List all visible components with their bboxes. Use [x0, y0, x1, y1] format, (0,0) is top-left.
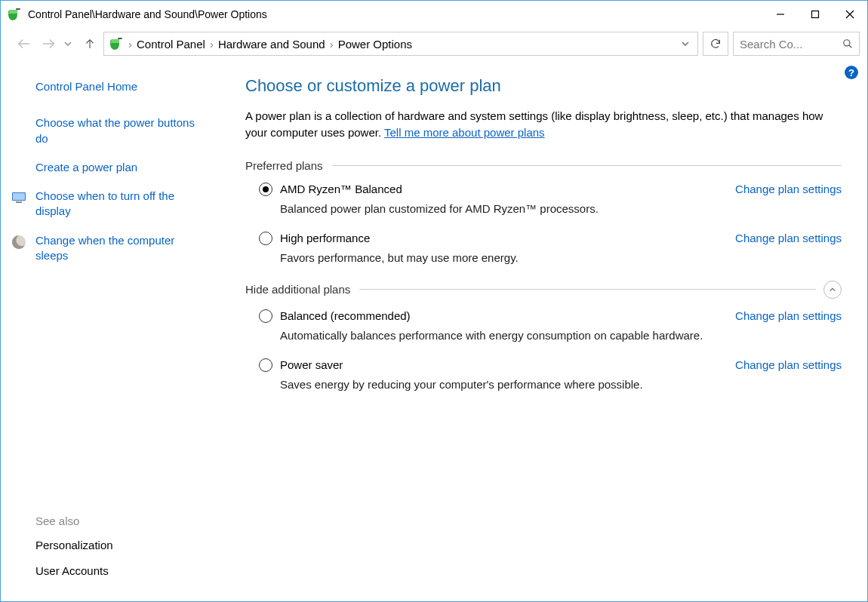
svg-rect-2 [812, 11, 819, 18]
plan-name[interactable]: Power saver [280, 358, 735, 371]
main: Choose or customize a power plan A power… [220, 60, 867, 601]
search-placeholder: Search Co... [740, 38, 842, 51]
divider [359, 289, 816, 290]
svg-line-10 [849, 45, 852, 48]
sidebar-link[interactable]: Choose what the power buttons do [35, 115, 209, 146]
address-dropdown[interactable] [676, 39, 694, 48]
power-plan: AMD Ryzen™ Balanced Change plan settings… [259, 183, 842, 215]
change-plan-settings-link[interactable]: Change plan settings [735, 232, 842, 244]
change-plan-settings-link[interactable]: Change plan settings [735, 358, 842, 371]
svg-rect-0 [16, 8, 20, 10]
search-icon [842, 38, 853, 49]
see-also-link[interactable]: User Accounts [35, 564, 209, 579]
back-button[interactable] [13, 32, 35, 55]
learn-more-link[interactable]: Tell me more about power plans [384, 126, 545, 139]
maximize-button[interactable] [798, 2, 833, 26]
collapse-icon[interactable] [823, 281, 842, 299]
plan-description: Automatically balances performance with … [280, 329, 842, 342]
plan-radio[interactable] [259, 309, 272, 323]
plan-description: Balanced power plan customized for AMD R… [280, 202, 842, 215]
titlebar: Control Panel\Hardware and Sound\Power O… [1, 1, 867, 28]
plan-name[interactable]: High performance [280, 232, 735, 244]
window-title: Control Panel\Hardware and Sound\Power O… [28, 8, 267, 20]
section-label: Hide additional plans [245, 283, 350, 296]
content: ? Control Panel Home Choose what the pow… [1, 60, 867, 601]
battery-icon [109, 36, 124, 51]
breadcrumb-item[interactable]: Power Options [335, 38, 415, 51]
power-plan: Power saver Change plan settings Saves e… [259, 358, 842, 391]
see-also-title: See also [35, 514, 209, 527]
up-button[interactable] [81, 32, 99, 55]
plan-description: Favors performance, but may use more ene… [280, 251, 842, 264]
close-button[interactable] [833, 2, 867, 26]
chevron-right-icon[interactable]: › [208, 38, 215, 51]
change-plan-settings-link[interactable]: Change plan settings [735, 309, 842, 322]
search-input[interactable]: Search Co... [733, 32, 860, 56]
see-also-link[interactable]: Personalization [35, 538, 209, 553]
sidebar-link-label: Choose when to turn off the display [35, 189, 174, 217]
plan-name[interactable]: AMD Ryzen™ Balanced [280, 183, 735, 195]
control-panel-home-link[interactable]: Control Panel Home [35, 79, 209, 94]
moon-icon [11, 235, 26, 250]
battery-icon [7, 7, 22, 22]
help-icon[interactable]: ? [845, 66, 858, 79]
forward-button[interactable] [37, 32, 60, 55]
svg-point-9 [844, 40, 850, 46]
sidebar-link[interactable]: Choose when to turn off the display [35, 189, 209, 220]
minimize-button[interactable] [763, 2, 798, 26]
breadcrumb-item[interactable]: Control Panel [134, 38, 208, 51]
preferred-plans-header: Preferred plans [245, 159, 842, 172]
divider [332, 165, 842, 166]
breadcrumb-item[interactable]: Hardware and Sound [215, 38, 328, 51]
plan-radio[interactable] [259, 358, 272, 372]
sidebar-link[interactable]: Create a power plan [35, 160, 209, 175]
sidebar-link-label: Change when the computer sleeps [35, 234, 174, 262]
section-label: Preferred plans [245, 159, 323, 172]
refresh-button[interactable] [703, 32, 728, 56]
svg-rect-8 [118, 38, 122, 39]
plan-description: Saves energy by reducing your computer's… [280, 378, 842, 391]
recent-dropdown[interactable] [61, 32, 75, 55]
address-bar[interactable]: › Control Panel › Hardware and Sound › P… [103, 32, 698, 56]
see-also: See also Personalization User Accounts [35, 514, 209, 590]
power-plan: Balanced (recommended) Change plan setti… [259, 309, 842, 342]
plan-radio[interactable] [259, 232, 272, 245]
chevron-right-icon[interactable]: › [127, 38, 134, 51]
sidebar-link[interactable]: Change when the computer sleeps [35, 233, 209, 264]
display-icon [11, 190, 26, 205]
page-title: Choose or customize a power plan [245, 76, 842, 96]
window: Control Panel\Hardware and Sound\Power O… [0, 0, 868, 602]
page-description: A power plan is a collection of hardware… [245, 108, 842, 141]
change-plan-settings-link[interactable]: Change plan settings [735, 183, 842, 195]
svg-rect-13 [16, 201, 22, 203]
plan-name[interactable]: Balanced (recommended) [280, 309, 735, 322]
plan-radio[interactable] [259, 183, 272, 196]
navbar: › Control Panel › Hardware and Sound › P… [1, 28, 867, 60]
window-buttons [763, 2, 867, 26]
power-plan: High performance Change plan settings Fa… [259, 232, 842, 264]
additional-plans-header[interactable]: Hide additional plans [245, 281, 842, 299]
svg-rect-12 [13, 193, 25, 200]
chevron-right-icon[interactable]: › [328, 38, 335, 51]
sidebar: Control Panel Home Choose what the power… [1, 60, 220, 601]
